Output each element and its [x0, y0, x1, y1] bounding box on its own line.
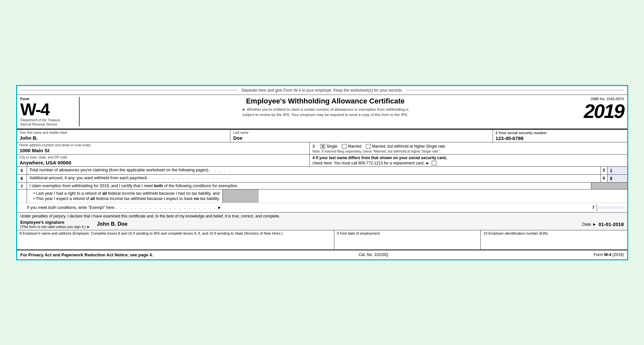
employer-date-cell: 9 First date of employment	[334, 230, 481, 249]
dept1: Department of the Treasury	[20, 118, 61, 122]
signature-value: John B. Doe	[97, 221, 576, 227]
last-name-cell: Last name Doe	[230, 130, 493, 142]
row6-box: 6 $	[601, 175, 627, 182]
footer-right-bold: W-4	[604, 252, 611, 257]
footer-right-post: (2019)	[611, 252, 624, 257]
date-value: 01-01-2018	[599, 221, 624, 227]
subtitle2: subject to review by the IRS. Your emplo…	[86, 112, 565, 117]
name-row: Your first name and middle initial John …	[17, 130, 627, 142]
filing-status-cell: 3 Single Married Married, but withhold a…	[310, 142, 627, 154]
employer-date-value	[337, 235, 478, 248]
subtitle1: ► Whether you're entitled to claim a cer…	[86, 107, 565, 112]
signature-section: Under penalties of perjury, I declare th…	[17, 213, 627, 230]
single-checkbox[interactable]	[321, 144, 325, 149]
w4-form: Separate here and give Form W-4 to your …	[16, 85, 628, 260]
employer-name-value	[20, 235, 331, 248]
employer-date-label: 9 First date of employment	[337, 231, 478, 235]
tax-year: 2019	[584, 101, 624, 121]
date-label: Date ►	[582, 222, 597, 227]
row6-box-value: $	[607, 175, 627, 182]
row7-section: 7 I claim exemption from withholding for…	[17, 183, 627, 213]
header-right: OMB No. 1545-0074 2019	[571, 97, 624, 127]
footer-center: Cat. No. 10220Q	[359, 252, 388, 257]
signature-row: Employee's signature (This form is not v…	[20, 220, 624, 229]
married-higher-option[interactable]: Married, but withhold at higher Single r…	[366, 144, 446, 149]
header-center: Employee's Withholding Allowance Certifi…	[80, 97, 571, 127]
bullet2: • This year I expect a refund of all fed…	[34, 196, 220, 201]
row7-main-text: I claim exemption from withholding for 2…	[27, 183, 591, 189]
row6: 6 Additional amount, if any, you want wi…	[17, 175, 627, 183]
sscard-arrow-box: check here. You must call 800-772-1213 f…	[312, 161, 624, 165]
employee-sig-label: Employee's signature	[20, 220, 90, 225]
city-cell: City or town, state, and ZIP code Anywhe…	[17, 155, 310, 166]
sscard-cell: 4 If your last name differs from that sh…	[310, 155, 627, 166]
row5-dots: . . . . .	[210, 168, 232, 172]
penalty-text: Under penalties of perjury, I declare th…	[20, 214, 624, 218]
married-higher-checkbox[interactable]	[366, 144, 371, 149]
field3-number: 3	[312, 144, 315, 149]
footer-row: For Privacy Act and Paperwork Reduction …	[17, 250, 627, 259]
row7-side-grey	[591, 183, 627, 189]
filing-note: Note: If married filing separately, chec…	[312, 149, 624, 153]
footer-right-pre: Form	[594, 252, 604, 257]
separator-right-dashes	[407, 90, 624, 90]
form-logo: Form W-4 Department of the Treasury Inte…	[20, 97, 80, 127]
row5-text: Total number of allowances you're claimi…	[30, 168, 209, 172]
first-name-label: Your first name and middle initial	[20, 131, 228, 134]
separator-left-dashes	[20, 90, 238, 90]
sig-left: Employee's signature (This form is not v…	[20, 220, 90, 229]
row5-number: 5	[17, 167, 27, 174]
row7-box-value[interactable]	[598, 206, 625, 209]
row7-spacer	[17, 189, 27, 203]
row7-exempt-row: If you meet both conditions, write "Exem…	[17, 203, 627, 212]
employer-ein-label: 10 Employer identification number (EIN)	[483, 231, 624, 235]
form-body: Your first name and middle initial John …	[17, 129, 627, 250]
married-option[interactable]: Married	[342, 144, 361, 149]
row7-header: 7 I claim exemption from withholding for…	[17, 183, 627, 189]
separator-row: Separate here and give Form W-4 to your …	[17, 86, 627, 95]
row5-box-label: 5	[601, 167, 607, 174]
footer-right: Form W-4 (2019)	[594, 252, 624, 257]
filing-options: 3 Single Married Married, but withhold a…	[312, 144, 624, 149]
row7-bullets-wrapper: • Last year I had a right to a refund of…	[17, 189, 627, 203]
married-checkbox[interactable]	[342, 144, 347, 149]
dept2: Internal Revenue Service	[20, 122, 57, 127]
row7-box-area: 7	[590, 204, 625, 211]
employer-name-cell: 8 Employer's name and address (Employer:…	[17, 230, 334, 249]
address-value: 1000 Main St	[20, 147, 307, 153]
first-name-value: John B.	[20, 134, 228, 141]
sscard-text1: 4 If your last name differs from that sh…	[312, 156, 624, 160]
footer-left: For Privacy Act and Paperwork Reduction …	[20, 252, 153, 257]
married-label: Married	[348, 144, 361, 149]
city-label: City or town, state, and ZIP code	[20, 156, 307, 159]
employer-ein-cell: 10 Employer identification number (EIN)	[481, 230, 627, 249]
employee-sig-sublabel: (This form is not valid unless you sign …	[20, 225, 90, 229]
address-filing-row: Home address (number and street or rural…	[17, 142, 627, 155]
city-value: Anywhere, USA 00000	[20, 159, 307, 165]
city-sscard-row: City or town, state, and ZIP code Anywhe…	[17, 155, 627, 167]
last-name-label: Last name	[233, 131, 490, 134]
ssn-cell: 2 Your social security number 123-45-678…	[493, 130, 627, 142]
address-cell: Home address (number and street or rural…	[17, 142, 310, 154]
main-title: Employee's Withholding Allowance Certifi…	[86, 97, 565, 105]
row5-box: 5 1	[601, 167, 627, 174]
row7-header-text: I claim exemption from withholding for 2…	[30, 184, 239, 188]
sscard-checkbox[interactable]	[432, 161, 436, 165]
employer-ein-value	[483, 235, 624, 248]
single-option[interactable]: Single	[321, 144, 337, 149]
form-name: W-4	[20, 101, 49, 118]
row6-text: Additional amount, if any, you want with…	[30, 176, 147, 180]
row7-exempt-content: If you meet both conditions, write "Exem…	[27, 205, 590, 210]
ssn-value: 123-45-6789	[496, 135, 625, 141]
last-name-value: Doe	[233, 134, 490, 141]
row6-box-label: 6	[601, 175, 607, 182]
single-label: Single	[326, 144, 337, 149]
row7-side-grey2	[222, 189, 259, 203]
first-name-cell: Your first name and middle initial John …	[17, 130, 231, 142]
married-higher-label: Married, but withhold at higher Single r…	[372, 144, 446, 149]
row7-box-label: 7	[590, 204, 597, 211]
bullet1: • Last year I had a right to a refund of…	[34, 191, 220, 196]
employer-row: 8 Employer's name and address (Employer:…	[17, 230, 627, 250]
row7-bullets: • Last year I had a right to a refund of…	[27, 189, 223, 203]
ssn-label: 2 Your social security number	[496, 131, 625, 135]
